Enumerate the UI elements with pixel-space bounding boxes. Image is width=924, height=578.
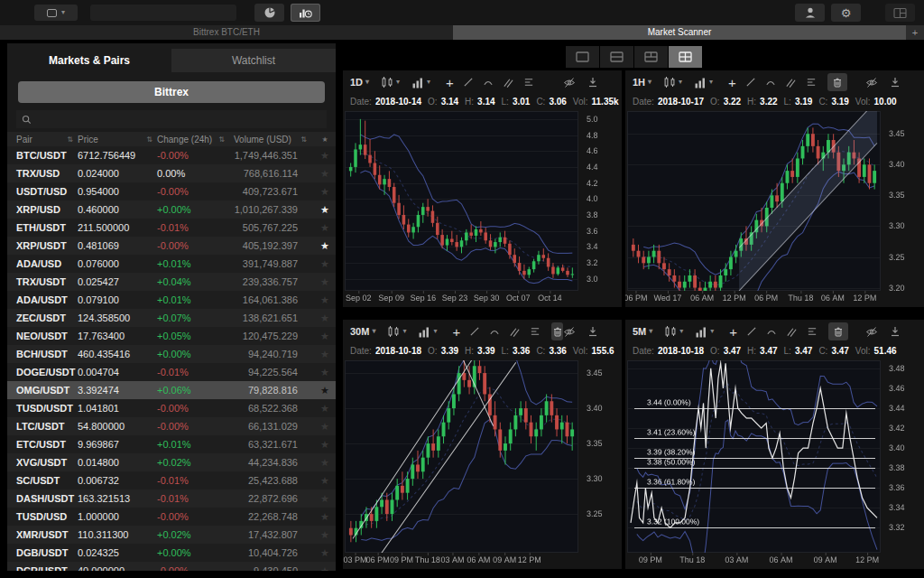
layout-split-horizontal-button[interactable] — [600, 46, 633, 68]
add-indicator-button[interactable]: + — [452, 325, 460, 339]
delete-drawing-button[interactable] — [827, 73, 847, 91]
favorite-star-icon[interactable]: ★ — [314, 294, 336, 306]
hide-drawings-button[interactable] — [563, 77, 576, 89]
window-menu-button[interactable]: ▾ — [34, 5, 78, 21]
curve-tool[interactable] — [489, 326, 500, 337]
user-account-button[interactable] — [795, 4, 825, 22]
parallel-channel-tool[interactable] — [786, 326, 798, 338]
favorite-star-icon[interactable]: ★ — [314, 240, 336, 252]
panel-layout-button[interactable] — [885, 4, 915, 22]
timeframe-select[interactable]: 1H▾ — [633, 77, 651, 88]
table-row[interactable]: DASH/USDT163.321513-0.01%22,872.696★ — [7, 489, 336, 508]
favorite-star-icon[interactable]: ★ — [314, 457, 336, 469]
favorite-star-icon[interactable]: ★ — [314, 565, 336, 572]
favorite-star-icon[interactable]: ★ — [314, 385, 336, 396]
chart-style-select[interactable]: ▾ — [381, 76, 400, 89]
download-chart-button[interactable] — [890, 77, 901, 88]
table-row[interactable]: SC/USDT0.006732-0.01%25,423.688★ — [7, 471, 336, 489]
favorite-star-icon[interactable]: ★ — [314, 367, 336, 378]
chart-canvas-1h[interactable] — [625, 108, 924, 307]
chart-style-select[interactable]: ▾ — [664, 325, 683, 338]
download-chart-button[interactable] — [587, 77, 598, 88]
chart-style-select[interactable]: ▾ — [387, 325, 406, 338]
favorite-star-icon[interactable]: ★ — [314, 403, 336, 415]
hide-drawings-button[interactable] — [865, 326, 878, 338]
table-row[interactable]: TUSD/USDT1.041801-0.00%68,522.368★ — [7, 399, 336, 417]
delete-drawing-button[interactable] — [551, 322, 563, 340]
favorite-star-icon[interactable]: ★ — [314, 331, 336, 342]
header-star[interactable]: ★ — [314, 135, 336, 144]
tab-market-scanner[interactable]: Market Scanner — [453, 25, 906, 40]
chart-canvas-1d[interactable] — [343, 108, 622, 307]
header-change[interactable]: Change (24h)⇅ — [157, 135, 229, 144]
header-price[interactable]: Price⇅ — [78, 135, 157, 144]
chart-canvas-5m[interactable] — [625, 358, 924, 569]
exchange-select-button[interactable]: Bittrex — [18, 81, 325, 103]
curve-tool[interactable] — [765, 77, 776, 88]
layout-single-button[interactable] — [566, 46, 599, 68]
fib-retracement-tool[interactable] — [523, 77, 534, 88]
favorite-star-icon[interactable]: ★ — [314, 421, 336, 433]
add-tab-button[interactable]: + — [906, 25, 924, 40]
favorite-star-icon[interactable]: ★ — [314, 475, 336, 487]
download-chart-button[interactable] — [890, 326, 901, 337]
volume-indicator-select[interactable]: ▾ — [418, 326, 437, 338]
table-row[interactable]: DGB/USDT0.024325+0.00%10,404.726★ — [7, 544, 336, 562]
table-row[interactable]: ADA/USDT0.079100+0.01%164,061.386★ — [7, 291, 336, 309]
favorite-star-icon[interactable]: ★ — [314, 276, 336, 288]
timeframe-select[interactable]: 30M▾ — [350, 326, 375, 337]
fib-retracement-tool[interactable] — [806, 77, 817, 88]
download-chart-button[interactable] — [587, 326, 598, 337]
add-indicator-button[interactable]: + — [729, 325, 737, 339]
table-row[interactable]: OMG/USDT3.392474+0.06%79,828.816★ — [7, 381, 336, 399]
favorite-star-icon[interactable]: ★ — [314, 529, 336, 541]
table-row[interactable]: ETH/USDT211.500000-0.01%505,767.225★ — [7, 219, 336, 237]
table-row[interactable]: TUSD/USD1.000000-0.00%22,268.748★ — [7, 508, 336, 526]
table-row[interactable]: USDT/USD0.954000-0.00%409,723.671★ — [7, 182, 336, 200]
chart-canvas-30m[interactable] — [343, 358, 622, 569]
header-pair[interactable]: Pair⇅ — [7, 135, 78, 144]
delete-drawing-button[interactable] — [828, 322, 848, 340]
parallel-channel-tool[interactable] — [509, 326, 521, 338]
favorite-star-icon[interactable]: ★ — [314, 349, 336, 360]
header-volume[interactable]: Volume (USD)⇅ — [229, 135, 314, 144]
tab-markets-pairs[interactable]: Markets & Pairs — [7, 49, 171, 72]
favorite-star-icon[interactable]: ★ — [314, 439, 336, 451]
table-row[interactable]: TRX/USDT0.025427+0.04%239,336.757★ — [7, 273, 336, 291]
table-row[interactable]: ZEC/USDT124.358500+0.07%138,621.651★ — [7, 309, 336, 327]
parallel-channel-tool[interactable] — [503, 77, 514, 89]
tab-bittrex-btc-eth[interactable]: Bittrex BTC/ETH — [0, 25, 453, 40]
trend-line-tool[interactable] — [746, 326, 757, 337]
favorite-star-icon[interactable]: ★ — [314, 150, 336, 162]
favorite-star-icon[interactable]: ★ — [314, 186, 336, 198]
volume-indicator-select[interactable]: ▾ — [411, 77, 430, 89]
hide-drawings-button[interactable] — [563, 326, 576, 338]
add-indicator-button[interactable]: + — [728, 76, 736, 89]
timeframe-select[interactable]: 1D▾ — [350, 77, 369, 88]
market-scanner-view-button[interactable] — [291, 4, 320, 22]
trend-line-tool[interactable] — [745, 77, 756, 88]
curve-tool[interactable] — [766, 326, 777, 337]
table-row[interactable]: NEO/USDT17.763400+0.05%120,475.229★ — [7, 327, 336, 345]
table-row[interactable]: TRX/USD0.0240000.00%768,616.114★ — [7, 164, 336, 182]
table-row[interactable]: XRP/USDT0.481069-0.00%405,192.397★ — [7, 237, 336, 255]
favorite-star-icon[interactable]: ★ — [314, 168, 336, 180]
table-row[interactable]: ADA/USD0.076000+0.01%391,749.887★ — [7, 255, 336, 273]
layout-one-plus-two-button[interactable] — [634, 46, 668, 68]
table-row[interactable]: LTC/USDT54.800000-0.00%66,131.029★ — [7, 417, 336, 435]
favorite-star-icon[interactable]: ★ — [314, 312, 336, 324]
favorite-star-icon[interactable]: ★ — [314, 258, 336, 270]
fib-retracement-tool[interactable] — [807, 326, 818, 337]
table-row[interactable]: DOGE/USDT0.004704-0.01%94,225.564★ — [7, 363, 336, 381]
layout-grid-2x2-button[interactable] — [669, 46, 702, 68]
add-indicator-button[interactable]: + — [446, 76, 454, 89]
curve-tool[interactable] — [483, 77, 494, 88]
table-row[interactable]: XMR/USDT110.311300+0.02%17,432.807★ — [7, 526, 336, 544]
pie-chart-view-button[interactable] — [254, 4, 284, 22]
favorite-star-icon[interactable]: ★ — [314, 547, 336, 559]
settings-button[interactable]: ⚙ — [831, 4, 861, 22]
parallel-channel-tool[interactable] — [785, 77, 797, 89]
trend-line-tool[interactable] — [469, 326, 480, 337]
global-search-input[interactable] — [90, 5, 236, 21]
pair-search-input[interactable] — [36, 114, 321, 125]
